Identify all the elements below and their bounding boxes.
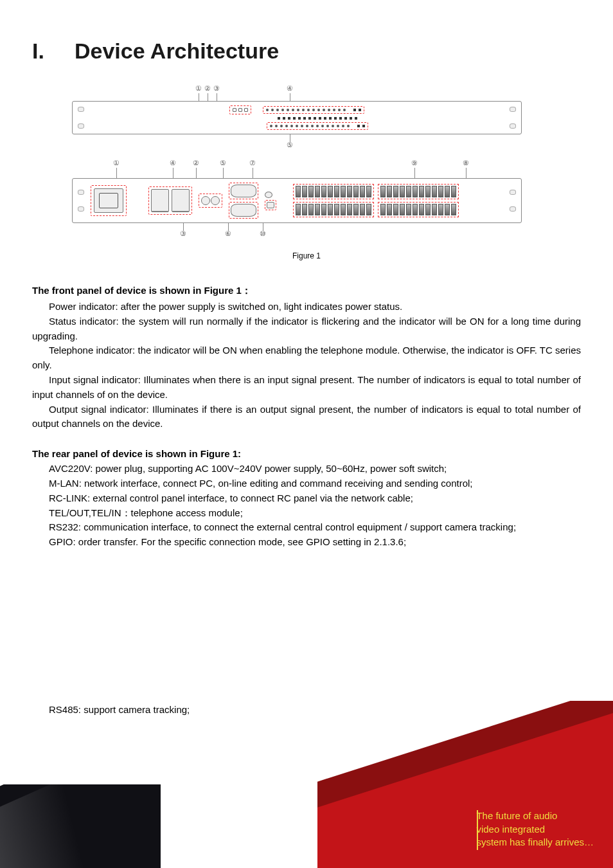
front-panel-diagram	[72, 101, 522, 134]
callout-4b-icon: ④	[170, 159, 176, 167]
callout-1b-icon: ①	[113, 159, 120, 167]
rear-gpio-block	[229, 202, 258, 219]
figure-caption: Figure 1	[292, 251, 321, 260]
rear-panel-diagram	[72, 178, 522, 223]
callout-2b-icon: ②	[193, 159, 199, 167]
rear-p3: RC-LINK: external control panel interfac…	[32, 491, 581, 506]
callout-10-icon: ⑩	[260, 230, 266, 238]
figure-1: ① ② ③ ④	[32, 84, 581, 277]
callout-5-icon: ⑤	[287, 141, 293, 149]
front-panel-heading: The front panel of device is shown in Fi…	[32, 285, 581, 297]
rear-power-block	[91, 185, 127, 216]
heading-number: I.	[32, 39, 75, 64]
rear-p5: RS232: communication interface, to conne…	[32, 520, 581, 535]
footer-line1: The future of audio	[476, 809, 594, 822]
rear-input-termA	[293, 202, 374, 217]
callout-1-icon: ①	[195, 84, 202, 93]
front-callouts-top: ① ② ③ ④	[72, 84, 522, 101]
rear-output-termB	[378, 184, 459, 199]
rear-rs485-block	[265, 200, 276, 210]
front-input-led-group	[263, 106, 364, 114]
front-p1: Power indicator: after the power supply …	[32, 300, 581, 314]
front-p5: Output signal indicator: Illuminates if …	[32, 402, 581, 432]
footer-line2: video integrated	[476, 823, 594, 836]
front-output-led-group	[267, 122, 368, 130]
rear-p2: M-LAN: network interface, connect PC, on…	[32, 476, 581, 491]
callout-2-icon: ②	[204, 84, 211, 93]
front-p4: Input signal indicator: Illuminates when…	[32, 373, 581, 402]
front-status-led-group	[229, 105, 251, 114]
rear-callouts-top: ① ④ ② ⑤ ⑦ ⑨ ⑧	[72, 159, 522, 178]
rear-output-termA	[293, 184, 374, 199]
rear-panel-body: AVC220V: power plug, supporting AC 100V~…	[32, 462, 581, 550]
callout-9-icon: ⑨	[411, 159, 418, 167]
footer-line3: system has finally arrives…	[476, 836, 594, 849]
callout-4-icon: ④	[287, 84, 293, 93]
rear-panel-heading: The rear panel of device is shown in Fig…	[32, 448, 581, 459]
footer-left-accent	[0, 784, 161, 868]
callout-5b-icon: ⑤	[220, 159, 226, 167]
callout-3-icon: ③	[213, 84, 220, 93]
front-callouts-bottom: ⑤	[72, 134, 522, 150]
rear-tel-block	[199, 194, 222, 208]
front-p2: Status indicator: the system will run no…	[32, 314, 581, 344]
footer-tagline: The future of audio video integrated sys…	[476, 809, 594, 849]
rear-callouts-bottom: ③ ⑥ ⑩	[72, 223, 522, 240]
callout-3b-icon: ③	[180, 230, 186, 238]
callout-6-icon: ⑥	[225, 230, 231, 238]
rear-p4: TEL/OUT,TEL/IN：telephone access module;	[32, 506, 581, 521]
footer-accent: The future of audio video integrated sys…	[317, 701, 613, 868]
front-panel-body: Power indicator: after the power supply …	[32, 300, 581, 431]
rear-p6: GPIO: order transfer. For the specific c…	[32, 535, 581, 550]
callout-7-icon: ⑦	[249, 159, 256, 167]
rear-input-termB	[378, 202, 459, 217]
front-p3: Telephone indicator: the indicator will …	[32, 343, 581, 373]
rear-p1: AVC220V: power plug, supporting AC 100V~…	[32, 462, 581, 476]
heading-text: Device Architecture	[75, 39, 279, 63]
callout-8-icon: ⑧	[463, 159, 469, 167]
page-title: I.Device Architecture	[32, 39, 581, 64]
rear-rs232-block	[229, 183, 258, 199]
rear-lan-block	[148, 186, 192, 215]
